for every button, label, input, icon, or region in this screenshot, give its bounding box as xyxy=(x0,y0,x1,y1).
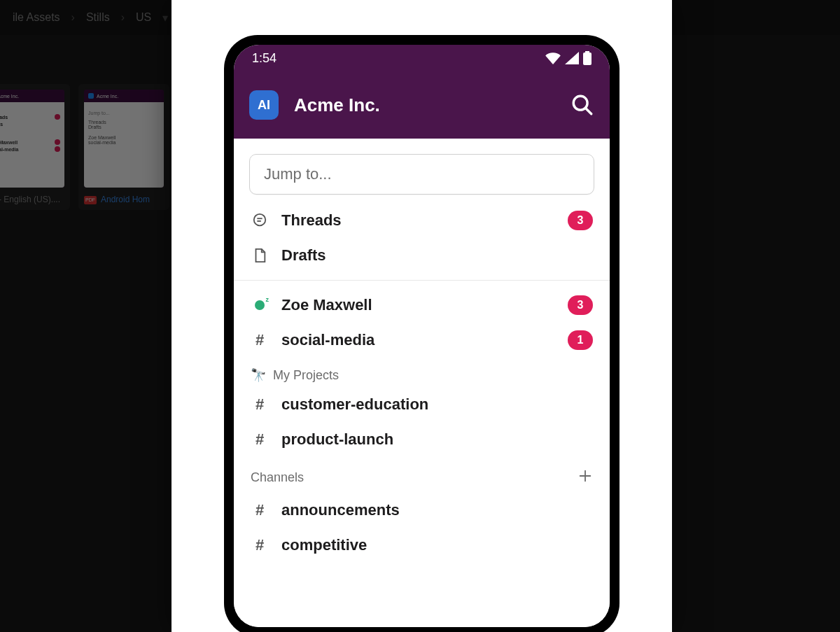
channel-label: social-media xyxy=(281,331,555,349)
app-bar: AI Acme Inc. xyxy=(234,71,610,139)
device-frame: 1:54 AI Acme Inc. xyxy=(224,35,620,632)
dm-item-zoe[interactable]: Zoe Maxwell 3 xyxy=(234,288,610,323)
workspace-name[interactable]: Acme Inc. xyxy=(294,94,555,116)
nav-item-threads[interactable]: Threads 3 xyxy=(234,203,610,238)
battery-icon xyxy=(583,51,592,65)
unread-badge: 3 xyxy=(568,211,593,230)
section-header-label: Channels xyxy=(251,470,304,485)
section-header-label: My Projects xyxy=(273,368,339,383)
hash-icon: # xyxy=(251,331,269,349)
section-header-projects[interactable]: 🔭 My Projects xyxy=(234,358,610,387)
channel-item-announcements[interactable]: # announcements xyxy=(234,493,610,528)
device-screen: 1:54 AI Acme Inc. xyxy=(234,45,610,627)
channel-item-product-launch[interactable]: # product-launch xyxy=(234,422,610,457)
jump-to-placeholder: Jump to... xyxy=(264,165,332,183)
hash-icon: # xyxy=(251,536,269,554)
channel-item-social-media[interactable]: # social-media 1 xyxy=(234,323,610,358)
presence-away-icon xyxy=(251,300,269,310)
channel-label: customer-education xyxy=(281,395,593,414)
add-channel-button[interactable] xyxy=(578,467,593,489)
channel-list[interactable]: Jump to... Threads 3 Drafts xyxy=(234,139,610,627)
jump-to-input[interactable]: Jump to... xyxy=(249,154,594,195)
svg-line-3 xyxy=(585,108,592,114)
unread-badge: 1 xyxy=(568,330,593,350)
wifi-icon xyxy=(545,52,561,64)
channel-item-competitive[interactable]: # competitive xyxy=(234,528,610,563)
hash-icon: # xyxy=(251,501,269,519)
cellular-icon xyxy=(565,52,579,64)
hash-icon: # xyxy=(251,395,269,414)
workspace-badge[interactable]: AI xyxy=(249,90,279,120)
telescope-icon: 🔭 xyxy=(251,367,266,383)
channel-label: announcements xyxy=(281,501,593,519)
unread-badge: 3 xyxy=(568,295,593,315)
search-icon[interactable] xyxy=(570,93,594,117)
svg-rect-0 xyxy=(585,51,589,52)
nav-item-label: Drafts xyxy=(281,246,593,265)
thread-icon xyxy=(251,213,269,228)
channel-item-customer-education[interactable]: # customer-education xyxy=(234,387,610,422)
status-bar: 1:54 xyxy=(234,45,610,71)
hash-icon: # xyxy=(251,430,269,449)
nav-item-drafts[interactable]: Drafts xyxy=(234,238,610,273)
channel-label: product-launch xyxy=(281,430,593,449)
channel-label: competitive xyxy=(281,536,593,554)
preview-modal: 1:54 AI Acme Inc. xyxy=(172,0,672,632)
draft-icon xyxy=(251,248,269,263)
svg-rect-1 xyxy=(583,52,592,65)
svg-point-4 xyxy=(254,214,266,226)
divider xyxy=(234,280,610,281)
nav-item-label: Threads xyxy=(281,211,555,230)
section-header-channels[interactable]: Channels xyxy=(234,457,610,493)
dm-label: Zoe Maxwell xyxy=(281,296,555,314)
status-time: 1:54 xyxy=(252,51,276,66)
